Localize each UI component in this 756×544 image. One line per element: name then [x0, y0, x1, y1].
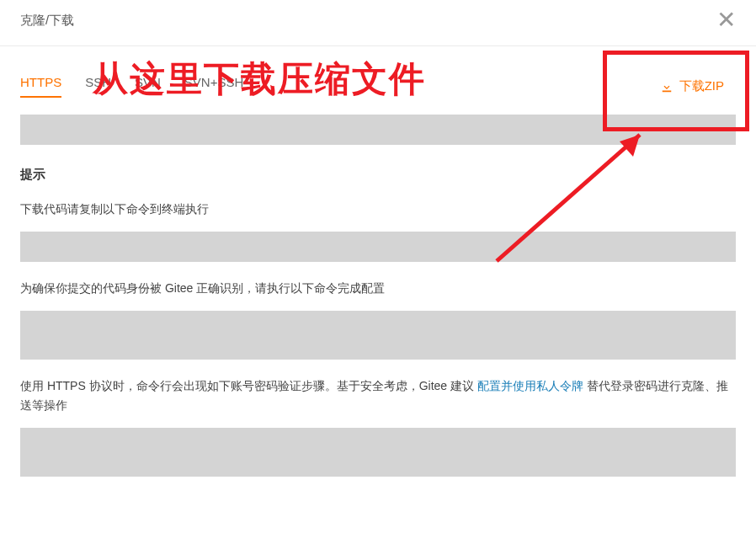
download-zip-label: 下载ZIP — [679, 78, 724, 94]
download-icon — [661, 81, 673, 93]
tab-ssh[interactable]: SSH — [85, 75, 111, 98]
clone-download-modal: 克隆/下载 ✕ HTTPS SSH SVN SVN+SSH 下载ZIP 提示 下… — [0, 0, 756, 544]
download-zip-button[interactable]: 下载ZIP — [649, 72, 736, 101]
tab-row: HTTPS SSH SVN SVN+SSH 下载ZIP — [20, 46, 736, 115]
hints-title: 提示 — [20, 167, 736, 183]
tab-https[interactable]: HTTPS — [20, 75, 61, 98]
https-note: 使用 HTTPS 协议时，命令行会出现如下账号密码验证步骤。基于安全考虑，Git… — [20, 376, 736, 417]
https-credential-block — [20, 428, 736, 477]
protocol-tabs: HTTPS SSH SVN SVN+SSH — [20, 75, 243, 98]
modal-header: 克隆/下载 ✕ — [0, 0, 756, 46]
tab-svn-ssh[interactable]: SVN+SSH — [184, 75, 243, 98]
identity-text: 为确保你提交的代码身份被 Gitee 正确识别，请执行以下命令完成配置 — [20, 279, 736, 299]
copy-cmd-block — [20, 232, 736, 262]
identity-cmd-block — [20, 311, 736, 360]
tab-svn[interactable]: SVN — [135, 75, 161, 98]
https-note-prefix: 使用 HTTPS 协议时，命令行会出现如下账号密码验证步骤。基于安全考虑，Git… — [20, 379, 477, 392]
modal-body: HTTPS SSH SVN SVN+SSH 下载ZIP 提示 下载代码请复制以下… — [0, 46, 756, 477]
clone-url-block — [20, 115, 736, 145]
close-icon[interactable]: ✕ — [716, 8, 736, 32]
copy-cmd-text: 下载代码请复制以下命令到终端执行 — [20, 200, 736, 220]
personal-token-link[interactable]: 配置并使用私人令牌 — [477, 379, 583, 392]
modal-title: 克隆/下载 — [20, 13, 74, 29]
